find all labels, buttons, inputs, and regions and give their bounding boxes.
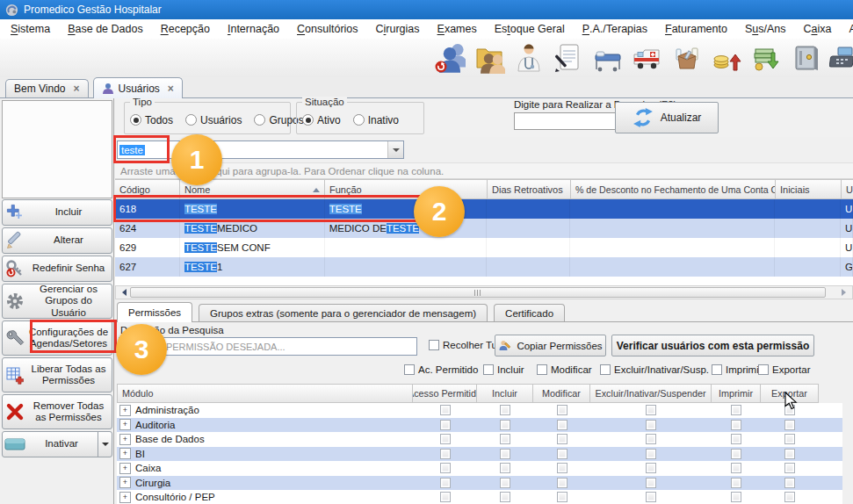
permission-checkbox[interactable] bbox=[440, 478, 451, 488]
permission-checkbox[interactable] bbox=[557, 492, 567, 502]
permission-checkbox[interactable] bbox=[731, 478, 741, 488]
expand-icon[interactable]: + bbox=[119, 448, 131, 459]
menu-item-cirurgias[interactable]: Cirurgias bbox=[367, 19, 429, 39]
scroll-right-button[interactable] bbox=[839, 286, 852, 299]
module-row[interactable]: +Auditoria bbox=[117, 418, 842, 433]
permission-checkbox[interactable] bbox=[500, 478, 510, 488]
column-header-de-desconto-no-fechamento-de-uma-conta-corrente[interactable]: % de Desconto no Fechamento de Uma Conta… bbox=[571, 179, 776, 199]
alterar-button[interactable]: Alterar bbox=[2, 227, 112, 254]
permission-checkbox[interactable] bbox=[646, 449, 656, 459]
refresh-button[interactable]: Atualizar bbox=[615, 102, 719, 133]
permission-checkbox[interactable] bbox=[440, 492, 451, 502]
money-down-icon[interactable] bbox=[748, 40, 784, 76]
hospital-bed-icon[interactable] bbox=[590, 40, 625, 76]
expand-icon[interactable]: + bbox=[119, 463, 131, 474]
permission-checkbox[interactable] bbox=[646, 492, 656, 502]
contract-icon[interactable] bbox=[551, 40, 586, 76]
radio-tipo-todos[interactable]: Todos bbox=[130, 114, 173, 126]
permission-checkbox[interactable] bbox=[731, 463, 741, 473]
incluir-button[interactable]: Incluir bbox=[2, 199, 112, 226]
permission-checkbox[interactable] bbox=[646, 420, 656, 430]
dropdown-split-button[interactable] bbox=[98, 432, 112, 457]
permission-checkbox[interactable] bbox=[500, 434, 510, 444]
perm-column-header-imprimir[interactable]: Imprimir bbox=[712, 384, 761, 403]
module-row[interactable]: +Administração bbox=[117, 403, 842, 418]
column-header-dias-retroativos[interactable]: Dias Retroativos bbox=[488, 179, 571, 199]
module-row[interactable]: +Caixa bbox=[117, 461, 842, 476]
tab-usu-rios[interactable]: Usuários× bbox=[93, 77, 183, 98]
bulk-checkbox-excluir-inativar-susp[interactable]: Excluir/Inativar/Susp. bbox=[600, 364, 709, 375]
bulk-checkbox-imprimir[interactable]: Imprimir bbox=[712, 364, 763, 375]
permission-checkbox[interactable] bbox=[440, 420, 451, 430]
detail-tab-permiss-es[interactable]: Permissões bbox=[117, 302, 192, 322]
permission-checkbox[interactable] bbox=[731, 405, 741, 415]
tab-bem-vindo[interactable]: Bem Vindo× bbox=[5, 79, 89, 97]
remover-todas-as-permiss-es-button[interactable]: Remover Todas as Permissões bbox=[2, 394, 112, 429]
inativar-button[interactable]: Inativar bbox=[2, 431, 112, 457]
permission-checkbox[interactable] bbox=[646, 478, 656, 488]
permission-checkbox[interactable] bbox=[557, 449, 567, 459]
radio-situacao-inativo[interactable]: Inativo bbox=[353, 114, 399, 126]
permission-checkbox[interactable] bbox=[440, 434, 451, 444]
expand-icon[interactable]: + bbox=[119, 434, 131, 445]
ambulance-icon[interactable] bbox=[630, 40, 665, 76]
doctor-icon[interactable] bbox=[511, 40, 546, 76]
liberar-todas-as-permiss-es-button[interactable]: Liberar Todas as Permissões bbox=[2, 357, 112, 392]
menu-item-estoque-geral[interactable]: Estoque Geral bbox=[486, 19, 574, 39]
module-row[interactable]: +Consultório / PEP bbox=[117, 490, 842, 504]
perm-column-header-m-dulo[interactable]: Módulo bbox=[117, 384, 413, 403]
quick-search-input[interactable] bbox=[514, 112, 616, 130]
users-folder-icon[interactable] bbox=[472, 40, 507, 76]
menu-item-p-a-terapias[interactable]: P.A./Terapias bbox=[574, 19, 656, 39]
menu-item-sus-ans[interactable]: Sus/Ans bbox=[736, 19, 795, 39]
redefinir-senha-button[interactable]: Redefinir Senha bbox=[2, 256, 112, 282]
permission-checkbox[interactable] bbox=[500, 449, 510, 459]
permission-checkbox[interactable] bbox=[784, 420, 795, 430]
table-row[interactable]: 629TESTE SEM CONF U bbox=[115, 238, 853, 257]
bulk-checkbox-ac-permitido[interactable]: Ac. Permitido bbox=[404, 364, 478, 375]
permission-checkbox[interactable] bbox=[646, 434, 656, 444]
column-header-u[interactable]: U bbox=[842, 179, 853, 199]
permission-checkbox[interactable] bbox=[500, 463, 510, 473]
permission-checkbox[interactable] bbox=[784, 434, 795, 444]
scroll-thumb[interactable] bbox=[130, 287, 826, 298]
perm-column-header-acesso-permitido[interactable]: Acesso Permitido bbox=[413, 384, 477, 403]
module-row[interactable]: +BI bbox=[117, 447, 842, 462]
close-icon[interactable]: × bbox=[168, 83, 174, 94]
menu-item-caixa[interactable]: Caixa bbox=[794, 19, 840, 39]
module-row[interactable]: +Base de Dados bbox=[117, 432, 842, 447]
menu-item-administra-o[interactable]: Administração bbox=[840, 19, 853, 39]
permission-checkbox[interactable] bbox=[646, 405, 656, 415]
permission-checkbox[interactable] bbox=[557, 420, 567, 430]
column-header-iniciais[interactable]: Iniciais bbox=[776, 179, 842, 199]
perm-column-header-modificar[interactable]: Modificar bbox=[533, 384, 590, 403]
menu-item-faturamento[interactable]: Faturamento bbox=[656, 19, 736, 39]
permission-checkbox[interactable] bbox=[500, 420, 510, 430]
users-sync-icon[interactable] bbox=[432, 40, 467, 76]
permission-checkbox[interactable] bbox=[731, 449, 741, 459]
expand-icon[interactable]: + bbox=[119, 419, 131, 430]
menu-item-recep-o[interactable]: Recepção bbox=[152, 19, 219, 39]
permission-checkbox[interactable] bbox=[557, 434, 567, 444]
safe-icon[interactable] bbox=[788, 40, 823, 76]
verify-users-button[interactable]: Verificar usuários com esta permissão bbox=[611, 335, 814, 356]
menu-item-interna-o[interactable]: Internação bbox=[219, 19, 288, 39]
permission-checkbox[interactable] bbox=[557, 478, 567, 488]
radio-tipo-usu-rios[interactable]: Usuários bbox=[185, 114, 242, 126]
permission-checkbox[interactable] bbox=[440, 463, 451, 473]
detail-tab-certificado[interactable]: Certificado bbox=[494, 304, 565, 321]
gerenciar-os-grupos-do-usu-rio-button[interactable]: Gerenciar os Grupos do Usuário bbox=[2, 284, 112, 319]
copy-permissions-button[interactable]: Copiar Permissões bbox=[495, 335, 606, 356]
permission-checkbox[interactable] bbox=[440, 405, 451, 415]
h-scrollbar[interactable] bbox=[115, 285, 853, 299]
detail-tab-grupos-extras-somente-para-o-gerenciador-de-mensagem[interactable]: Grupos extras (somente para o gerenciado… bbox=[199, 304, 488, 321]
close-icon[interactable]: × bbox=[73, 83, 79, 94]
permission-checkbox[interactable] bbox=[731, 434, 741, 444]
menu-item-base-de-dados[interactable]: Base de Dados bbox=[59, 19, 151, 39]
permission-checkbox[interactable] bbox=[500, 492, 510, 502]
perm-column-header-excluir-inativar-suspender[interactable]: Excluir/Inativar/Suspender bbox=[590, 384, 712, 403]
bulk-checkbox-exportar[interactable]: Exportar bbox=[758, 364, 810, 375]
table-row[interactable]: 627TESTE1 G bbox=[115, 257, 853, 277]
register-icon[interactable] bbox=[828, 40, 853, 76]
radio-situacao-ativo[interactable]: Ativo bbox=[302, 114, 341, 126]
